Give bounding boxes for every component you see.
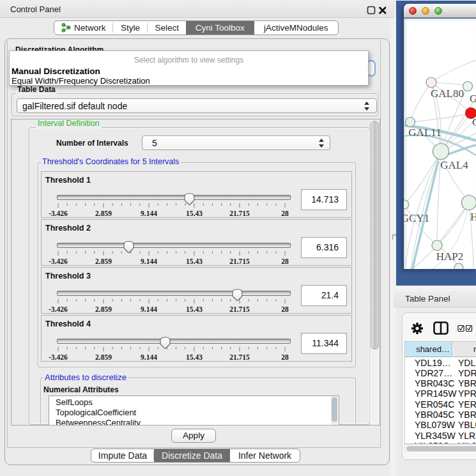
svg-text:21.715: 21.715 [229,257,250,265]
svg-text:28: 28 [281,353,289,361]
svg-text:28: 28 [281,305,289,313]
svg-text:-3.426: -3.426 [49,305,68,313]
svg-text:HIS4: HIS4 [470,211,476,223]
svg-text:21.715: 21.715 [229,353,250,361]
svg-text:15.43: 15.43 [186,257,203,265]
svg-text:CYC8: CYC8 [472,116,476,128]
svg-text:9.144: 9.144 [141,210,157,217]
svg-text:GCY1: GCY1 [404,212,429,224]
svg-text:9.144: 9.144 [141,305,157,313]
svg-text:28: 28 [281,210,289,217]
svg-text:9.144: 9.144 [141,353,157,361]
svg-text:-3.426: -3.426 [49,257,68,265]
svg-text:2.859: 2.859 [95,210,112,217]
svg-text:15.43: 15.43 [186,353,203,361]
svg-text:GAL7: GAL7 [470,93,476,105]
svg-text:GAL11: GAL11 [408,127,441,139]
svg-text:9.144: 9.144 [141,257,157,265]
svg-text:-3.426: -3.426 [49,353,68,361]
svg-text:-3.426: -3.426 [49,210,68,217]
svg-text:15.43: 15.43 [186,210,203,217]
svg-text:15.43: 15.43 [186,305,203,313]
svg-text:2.859: 2.859 [95,353,112,361]
svg-text:2.859: 2.859 [95,305,112,313]
svg-text:HAP2: HAP2 [436,250,464,263]
svg-text:21.715: 21.715 [229,210,250,217]
svg-text:2.859: 2.859 [95,257,112,265]
svg-text:GAL80: GAL80 [431,88,464,100]
svg-text:21.715: 21.715 [229,305,250,313]
svg-text:28: 28 [281,257,289,265]
svg-text:GAL4: GAL4 [440,159,468,171]
